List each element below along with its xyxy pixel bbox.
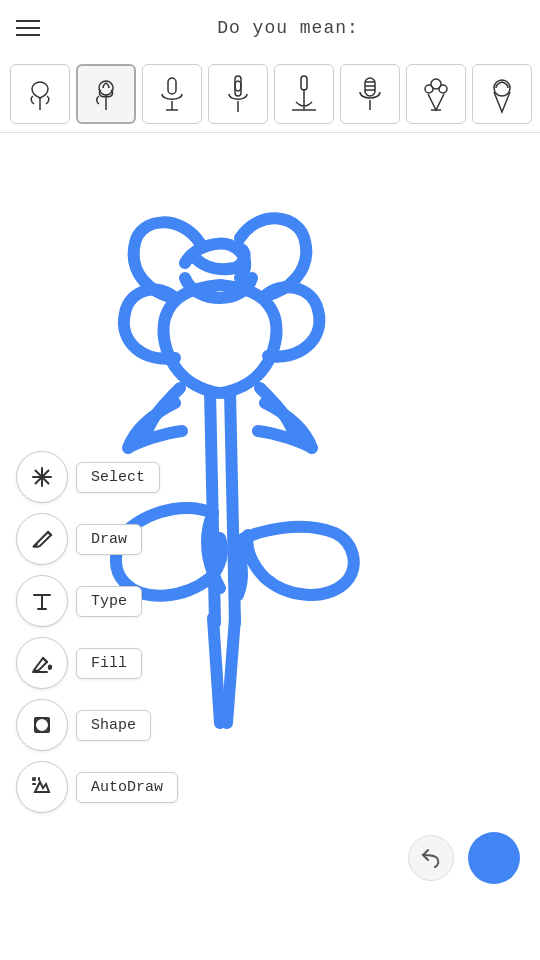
draw-tool-label: Draw <box>76 524 142 555</box>
autodraw-tool-label: AutoDraw <box>76 772 178 803</box>
canvas-area[interactable]: Select Draw Type <box>0 133 540 893</box>
tool-row-select: Select <box>16 451 178 503</box>
header-title: Do you mean: <box>52 18 524 38</box>
type-tool-button[interactable] <box>16 575 68 627</box>
svg-point-26 <box>35 718 49 732</box>
type-tool-label: Type <box>76 586 142 617</box>
shape-tool-button[interactable] <box>16 699 68 751</box>
fab-button[interactable] <box>468 832 520 884</box>
toolbar: Select Draw Type <box>16 451 178 813</box>
suggestion-rose-1[interactable] <box>10 64 70 124</box>
tool-row-fill: Fill <box>16 637 178 689</box>
select-tool-label: Select <box>76 462 160 493</box>
suggestion-mic-2[interactable] <box>208 64 268 124</box>
suggestion-rose-2[interactable] <box>76 64 136 124</box>
suggestion-cone[interactable] <box>472 64 532 124</box>
svg-point-16 <box>439 85 447 93</box>
tool-row-type: Type <box>16 575 178 627</box>
menu-button[interactable] <box>16 10 52 46</box>
svg-rect-4 <box>235 76 241 96</box>
suggestion-mic-3[interactable] <box>340 64 400 124</box>
svg-point-5 <box>235 81 241 91</box>
suggestion-mic-stand[interactable] <box>274 64 334 124</box>
suggestion-mic-1[interactable] <box>142 64 202 124</box>
svg-rect-9 <box>365 78 375 96</box>
tool-row-shape: Shape <box>16 699 178 751</box>
shape-tool-label: Shape <box>76 710 151 741</box>
autodraw-tool-button[interactable] <box>16 761 68 813</box>
suggestion-bouquet[interactable] <box>406 64 466 124</box>
tool-row-draw: Draw <box>16 513 178 565</box>
svg-rect-7 <box>301 76 307 90</box>
svg-rect-1 <box>168 78 176 94</box>
svg-point-15 <box>425 85 433 93</box>
undo-button[interactable] <box>408 835 454 881</box>
fill-tool-label: Fill <box>76 648 142 679</box>
tool-row-autodraw: AutoDraw <box>16 761 178 813</box>
fill-tool-button[interactable] <box>16 637 68 689</box>
draw-tool-button[interactable] <box>16 513 68 565</box>
header: Do you mean: <box>0 0 540 56</box>
svg-line-29 <box>33 778 35 780</box>
suggestions-bar <box>0 56 540 133</box>
select-tool-button[interactable] <box>16 451 68 503</box>
bottom-bar <box>0 823 540 893</box>
